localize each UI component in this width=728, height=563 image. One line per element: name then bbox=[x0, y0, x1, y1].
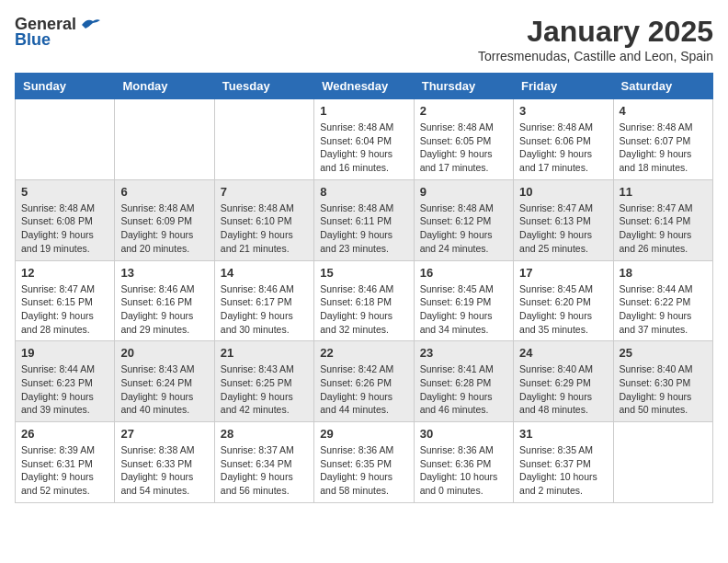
sunset-text: Sunset: 6:19 PM bbox=[420, 296, 492, 307]
daylight-text: Daylight: 9 hours and 24 minutes. bbox=[420, 229, 493, 254]
daylight-text: Daylight: 9 hours and 58 minutes. bbox=[320, 471, 392, 496]
sunset-text: Sunset: 6:29 PM bbox=[519, 377, 591, 388]
logo: General Blue bbox=[15, 15, 100, 50]
calendar-cell: 4Sunrise: 8:48 AMSunset: 6:07 PMDaylight… bbox=[613, 99, 712, 180]
sunset-text: Sunset: 6:06 PM bbox=[519, 135, 591, 146]
day-number: 13 bbox=[120, 266, 208, 280]
sunrise-text: Sunrise: 8:40 AM bbox=[620, 363, 693, 374]
daylight-text: Daylight: 9 hours and 17 minutes. bbox=[420, 148, 493, 173]
sunrise-text: Sunrise: 8:43 AM bbox=[221, 363, 294, 374]
calendar-cell: 6Sunrise: 8:48 AMSunset: 6:09 PMDaylight… bbox=[115, 179, 214, 260]
daylight-text: Daylight: 9 hours and 23 minutes. bbox=[320, 229, 392, 254]
day-info: Sunrise: 8:37 AMSunset: 6:34 PMDaylight:… bbox=[221, 443, 308, 498]
calendar-cell: 13Sunrise: 8:46 AMSunset: 6:16 PMDayligh… bbox=[115, 260, 214, 341]
sunset-text: Sunset: 6:18 PM bbox=[320, 296, 392, 307]
sunset-text: Sunset: 6:23 PM bbox=[21, 377, 93, 388]
day-number: 6 bbox=[120, 185, 208, 199]
sunset-text: Sunset: 6:07 PM bbox=[620, 135, 691, 146]
day-info: Sunrise: 8:48 AMSunset: 6:07 PMDaylight:… bbox=[620, 121, 707, 175]
sunset-text: Sunset: 6:09 PM bbox=[120, 215, 192, 226]
calendar-cell bbox=[613, 422, 712, 503]
day-number: 1 bbox=[320, 104, 407, 118]
day-number: 29 bbox=[320, 427, 407, 441]
sunset-text: Sunset: 6:31 PM bbox=[21, 458, 93, 469]
sunset-text: Sunset: 6:33 PM bbox=[120, 458, 192, 469]
day-info: Sunrise: 8:35 AMSunset: 6:37 PMDaylight:… bbox=[519, 443, 607, 498]
sunset-text: Sunset: 6:12 PM bbox=[420, 215, 492, 226]
sunrise-text: Sunrise: 8:35 AM bbox=[519, 444, 593, 455]
day-number: 7 bbox=[221, 185, 308, 199]
sunset-text: Sunset: 6:26 PM bbox=[320, 377, 392, 388]
daylight-text: Daylight: 9 hours and 42 minutes. bbox=[221, 391, 293, 416]
daylight-text: Daylight: 9 hours and 28 minutes. bbox=[21, 310, 94, 335]
sunrise-text: Sunrise: 8:40 AM bbox=[519, 363, 593, 374]
daylight-text: Daylight: 9 hours and 46 minutes. bbox=[420, 391, 493, 416]
week-row-4: 19Sunrise: 8:44 AMSunset: 6:23 PMDayligh… bbox=[16, 341, 713, 422]
calendar-cell: 24Sunrise: 8:40 AMSunset: 6:29 PMDayligh… bbox=[514, 341, 613, 422]
sunrise-text: Sunrise: 8:48 AM bbox=[21, 202, 95, 213]
header-sunday: Sunday bbox=[16, 74, 115, 99]
daylight-text: Daylight: 9 hours and 35 minutes. bbox=[519, 310, 592, 335]
sunrise-text: Sunrise: 8:47 AM bbox=[21, 283, 95, 294]
calendar-cell: 30Sunrise: 8:36 AMSunset: 6:36 PMDayligh… bbox=[414, 422, 513, 503]
sunset-text: Sunset: 6:35 PM bbox=[320, 458, 392, 469]
daylight-text: Daylight: 9 hours and 48 minutes. bbox=[519, 391, 592, 416]
calendar-header-row: SundayMondayTuesdayWednesdayThursdayFrid… bbox=[16, 74, 713, 99]
daylight-text: Daylight: 9 hours and 30 minutes. bbox=[221, 310, 293, 335]
week-row-5: 26Sunrise: 8:39 AMSunset: 6:31 PMDayligh… bbox=[16, 422, 713, 503]
calendar-cell: 25Sunrise: 8:40 AMSunset: 6:30 PMDayligh… bbox=[613, 341, 712, 422]
daylight-text: Daylight: 9 hours and 18 minutes. bbox=[620, 148, 692, 173]
logo-blue: Blue bbox=[15, 30, 51, 50]
daylight-text: Daylight: 9 hours and 37 minutes. bbox=[620, 310, 692, 335]
calendar-cell: 9Sunrise: 8:48 AMSunset: 6:12 PMDaylight… bbox=[414, 179, 513, 260]
calendar-cell: 5Sunrise: 8:48 AMSunset: 6:08 PMDaylight… bbox=[16, 179, 115, 260]
day-info: Sunrise: 8:46 AMSunset: 6:17 PMDaylight:… bbox=[221, 282, 308, 337]
calendar-cell: 26Sunrise: 8:39 AMSunset: 6:31 PMDayligh… bbox=[16, 422, 115, 503]
sunrise-text: Sunrise: 8:48 AM bbox=[221, 202, 294, 213]
sunrise-text: Sunrise: 8:48 AM bbox=[320, 121, 393, 132]
header-wednesday: Wednesday bbox=[314, 74, 414, 99]
sunset-text: Sunset: 6:08 PM bbox=[21, 215, 93, 226]
sunrise-text: Sunrise: 8:48 AM bbox=[320, 202, 393, 213]
daylight-text: Daylight: 9 hours and 44 minutes. bbox=[320, 391, 392, 416]
calendar-cell: 17Sunrise: 8:45 AMSunset: 6:20 PMDayligh… bbox=[514, 260, 613, 341]
day-info: Sunrise: 8:45 AMSunset: 6:20 PMDaylight:… bbox=[519, 282, 607, 337]
sunrise-text: Sunrise: 8:39 AM bbox=[21, 444, 95, 455]
calendar-cell bbox=[214, 99, 313, 180]
sunset-text: Sunset: 6:11 PM bbox=[320, 215, 392, 226]
sunset-text: Sunset: 6:16 PM bbox=[120, 296, 192, 307]
day-number: 31 bbox=[519, 427, 607, 441]
daylight-text: Daylight: 9 hours and 16 minutes. bbox=[320, 148, 392, 173]
day-number: 14 bbox=[221, 266, 308, 280]
day-info: Sunrise: 8:48 AMSunset: 6:12 PMDaylight:… bbox=[420, 201, 507, 256]
day-info: Sunrise: 8:48 AMSunset: 6:08 PMDaylight:… bbox=[21, 201, 108, 256]
sunset-text: Sunset: 6:04 PM bbox=[320, 135, 392, 146]
calendar-cell: 1Sunrise: 8:48 AMSunset: 6:04 PMDaylight… bbox=[314, 99, 414, 180]
calendar-cell: 11Sunrise: 8:47 AMSunset: 6:14 PMDayligh… bbox=[613, 179, 712, 260]
day-number: 22 bbox=[320, 346, 407, 360]
daylight-text: Daylight: 9 hours and 26 minutes. bbox=[620, 229, 692, 254]
page-header: General Blue January 2025 Torresmenudas,… bbox=[15, 15, 713, 63]
sunset-text: Sunset: 6:28 PM bbox=[420, 377, 492, 388]
calendar-table: SundayMondayTuesdayWednesdayThursdayFrid… bbox=[15, 73, 713, 503]
location-subtitle: Torresmenudas, Castille and Leon, Spain bbox=[478, 49, 713, 63]
header-friday: Friday bbox=[514, 74, 613, 99]
day-info: Sunrise: 8:45 AMSunset: 6:19 PMDaylight:… bbox=[420, 282, 507, 337]
sunset-text: Sunset: 6:22 PM bbox=[620, 296, 691, 307]
calendar-cell: 8Sunrise: 8:48 AMSunset: 6:11 PMDaylight… bbox=[314, 179, 414, 260]
sunset-text: Sunset: 6:34 PM bbox=[221, 458, 292, 469]
sunrise-text: Sunrise: 8:46 AM bbox=[120, 283, 194, 294]
sunrise-text: Sunrise: 8:45 AM bbox=[519, 283, 593, 294]
sunrise-text: Sunrise: 8:42 AM bbox=[320, 363, 393, 374]
day-number: 5 bbox=[21, 185, 108, 199]
day-number: 3 bbox=[519, 104, 607, 118]
day-info: Sunrise: 8:40 AMSunset: 6:30 PMDaylight:… bbox=[620, 362, 707, 417]
month-title: January 2025 bbox=[478, 15, 713, 49]
day-info: Sunrise: 8:42 AMSunset: 6:26 PMDaylight:… bbox=[320, 362, 407, 417]
day-number: 11 bbox=[620, 185, 707, 199]
calendar-cell: 27Sunrise: 8:38 AMSunset: 6:33 PMDayligh… bbox=[115, 422, 214, 503]
day-info: Sunrise: 8:47 AMSunset: 6:15 PMDaylight:… bbox=[21, 282, 108, 337]
sunrise-text: Sunrise: 8:44 AM bbox=[620, 283, 693, 294]
daylight-text: Daylight: 9 hours and 25 minutes. bbox=[519, 229, 592, 254]
calendar-cell: 20Sunrise: 8:43 AMSunset: 6:24 PMDayligh… bbox=[115, 341, 214, 422]
